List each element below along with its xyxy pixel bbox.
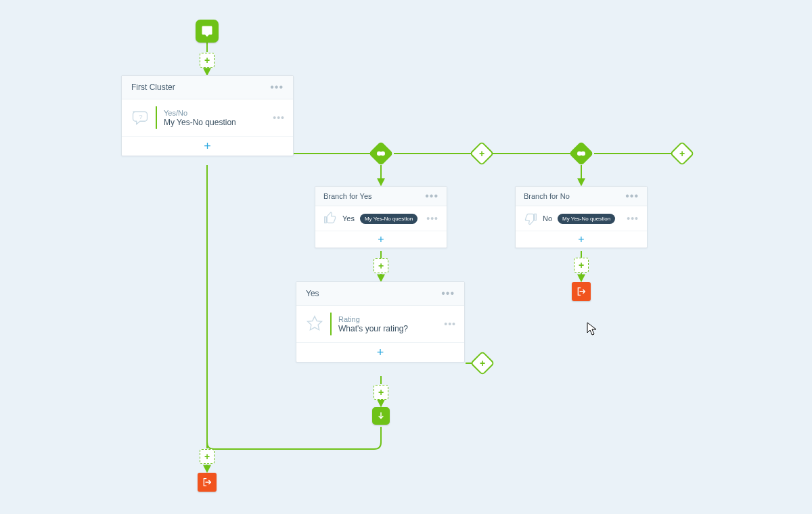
- plus-icon: +: [479, 148, 484, 159]
- branch-yes-card: Branch for Yes ••• Yes My Yes-No questio…: [315, 186, 447, 248]
- plus-icon: +: [378, 388, 384, 397]
- add-condition-button[interactable]: +: [516, 231, 647, 248]
- arrow-down-icon: [376, 411, 386, 421]
- question-row[interactable]: Rating What's your rating? •••: [296, 306, 464, 343]
- speech-bubble-icon: [201, 25, 213, 37]
- flow-canvas[interactable]: + First Cluster ••• ? Yes/No My Yes-No q…: [0, 0, 812, 514]
- thumbs-up-icon: [323, 212, 337, 225]
- branch-diamond-yes[interactable]: [369, 141, 394, 166]
- branch-no-card: Branch for No ••• No My Yes-No question …: [515, 186, 648, 248]
- mouse-cursor: [587, 322, 597, 337]
- add-question-button[interactable]: +: [122, 137, 293, 156]
- branch-diamond-no[interactable]: [569, 141, 594, 166]
- plus-icon: +: [204, 139, 211, 154]
- branch-condition-row[interactable]: Yes My Yes-No question •••: [315, 206, 447, 231]
- plus-icon: +: [378, 233, 384, 246]
- add-slot-branch-yes[interactable]: +: [374, 258, 388, 273]
- cluster-menu-button[interactable]: •••: [270, 85, 284, 90]
- branch-icon: [576, 148, 587, 159]
- add-slot-main[interactable]: +: [200, 449, 215, 464]
- branch-condition-row[interactable]: No My Yes-No question •••: [516, 206, 647, 231]
- add-branch-slot-1[interactable]: +: [470, 141, 495, 166]
- branch-label: Yes: [342, 214, 355, 223]
- exit-icon: [202, 477, 212, 488]
- merge-node[interactable]: [372, 407, 390, 425]
- question-bubble-icon: ?: [129, 106, 152, 129]
- thumbs-down-icon: [524, 212, 537, 225]
- svg-point-19: [380, 151, 385, 156]
- question-menu-button[interactable]: •••: [440, 322, 456, 327]
- question-menu-button[interactable]: •••: [269, 116, 285, 120]
- exit-icon: [576, 286, 587, 297]
- question-type: Yes/No: [164, 109, 269, 117]
- question-row[interactable]: ? Yes/No My Yes-No question •••: [122, 99, 293, 137]
- svg-point-21: [581, 151, 585, 156]
- plus-icon: +: [578, 233, 584, 246]
- plus-icon: +: [679, 148, 685, 159]
- add-slot-branch-no[interactable]: +: [574, 258, 589, 273]
- question-name: What's your rating?: [338, 324, 440, 333]
- cluster-header: First Cluster •••: [122, 76, 293, 99]
- source-badge: My Yes-No question: [558, 214, 615, 224]
- accent-divider: [330, 312, 332, 335]
- condition-menu-button[interactable]: •••: [623, 216, 639, 221]
- cluster-header: Yes •••: [296, 282, 464, 306]
- cluster-title: First Cluster: [131, 83, 175, 92]
- condition-menu-button[interactable]: •••: [422, 216, 438, 221]
- plus-icon: +: [204, 452, 210, 461]
- plus-icon: +: [579, 260, 584, 270]
- cluster-yes: Yes ••• Rating What's your rating? ••• +: [296, 281, 465, 363]
- source-badge: My Yes-No question: [360, 214, 418, 224]
- add-slot-start[interactable]: +: [200, 53, 215, 68]
- add-branch-slot-2[interactable]: +: [670, 141, 695, 166]
- branch-icon: [376, 148, 386, 159]
- branch-title: Branch for No: [524, 192, 570, 200]
- question-name: My Yes-No question: [164, 118, 269, 127]
- add-slot-cluster-yes[interactable]: +: [374, 385, 388, 400]
- branch-label: No: [543, 214, 552, 223]
- accent-divider: [156, 106, 157, 129]
- cluster-menu-button[interactable]: •••: [441, 291, 455, 296]
- star-icon: [303, 312, 326, 335]
- add-question-button[interactable]: +: [296, 343, 464, 362]
- branch-title: Branch for Yes: [323, 192, 372, 200]
- question-type: Rating: [338, 315, 440, 323]
- exit-node-no[interactable]: [572, 282, 591, 301]
- plus-icon: +: [377, 346, 384, 360]
- plus-icon: +: [378, 261, 384, 271]
- cluster-title: Yes: [306, 289, 319, 298]
- exit-node-main[interactable]: [198, 473, 217, 492]
- start-node[interactable]: [196, 20, 219, 43]
- branch-menu-button[interactable]: •••: [425, 193, 438, 199]
- plus-icon: +: [480, 358, 485, 369]
- branch-menu-button[interactable]: •••: [625, 193, 639, 199]
- cluster-first: First Cluster ••• ? Yes/No My Yes-No que…: [121, 75, 294, 156]
- add-condition-button[interactable]: +: [315, 231, 447, 248]
- add-branch-slot-side[interactable]: +: [470, 351, 495, 376]
- plus-icon: +: [204, 55, 210, 65]
- svg-text:?: ?: [139, 113, 142, 120]
